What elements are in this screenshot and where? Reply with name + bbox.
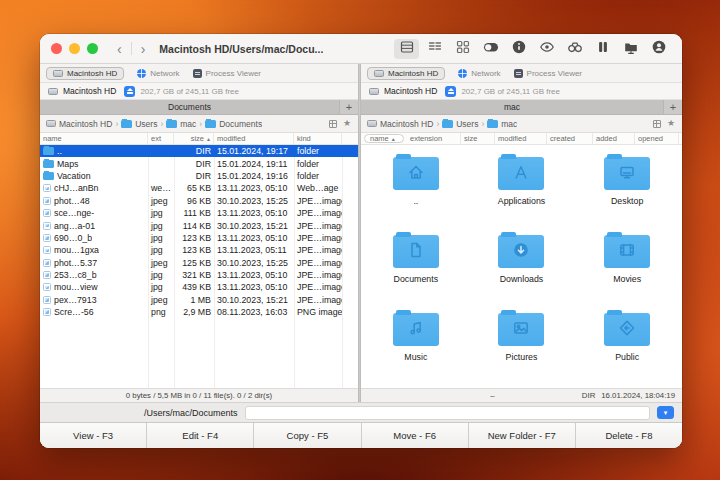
drive-info-bar[interactable]: Macintosh HD 202,7 GB of 245,11 GB free — [361, 83, 682, 100]
table-row[interactable]: Scre…-56png2,9 MB08.11.2023, 16:03PNG im… — [40, 306, 358, 318]
tab-mac[interactable]: mac — [361, 100, 664, 114]
breadcrumb-item-macintosh-hd[interactable]: Macintosh HD — [367, 119, 433, 129]
eject-icon[interactable] — [124, 86, 135, 97]
column-header-extension[interactable]: extension — [407, 133, 461, 144]
new-folder-button[interactable]: New Folder - F7 — [469, 423, 576, 448]
dual-pane-button[interactable] — [590, 39, 615, 59]
table-row[interactable]: VacationDIR15.01.2024, 19:16folder — [40, 170, 358, 182]
file-icon — [43, 271, 51, 279]
device-tab-network[interactable]: Network — [458, 69, 500, 78]
table-row[interactable]: phot…48jpeg96 KB30.10.2023, 15:25JPE…ima… — [40, 195, 358, 207]
device-tab-network[interactable]: Network — [137, 69, 179, 78]
cell-ext: jpg — [148, 208, 174, 218]
column-header-modified[interactable]: modified — [214, 133, 294, 144]
copy-button[interactable]: Copy - F5 — [254, 423, 361, 448]
grid-icon[interactable] — [329, 120, 337, 128]
close-button[interactable] — [51, 43, 62, 54]
column-header-kind[interactable]: kind — [294, 133, 342, 144]
device-tab-macintosh-hd[interactable]: Macintosh HD — [46, 67, 124, 80]
column-header-ext[interactable]: ext — [148, 133, 174, 144]
command-input[interactable] — [245, 406, 650, 420]
table-row[interactable]: MapsDIR15.01.2024, 19:11folder — [40, 157, 358, 169]
table-row[interactable]: mou…1gxajpg123 KB13.11.2023, 05:11JPE…im… — [40, 244, 358, 256]
edit-button[interactable]: Edit - F4 — [147, 423, 254, 448]
grid-icon[interactable] — [653, 120, 661, 128]
tab-documents[interactable]: Documents — [40, 100, 340, 114]
column-header-opened[interactable]: opened — [635, 133, 679, 144]
grid-item-music[interactable]: Music — [363, 306, 469, 384]
cell-kind: Web…age — [294, 183, 342, 193]
toolbar — [394, 39, 671, 59]
table-row[interactable]: sce…nge-jpg111 KB13.11.2023, 05:10JPE…im… — [40, 207, 358, 219]
column-header-name[interactable]: name▴ — [364, 134, 404, 143]
table-row[interactable]: ang…a-01jpg114 KB30.10.2023, 15:21JPE…im… — [40, 219, 358, 231]
breadcrumb-item-macintosh-hd[interactable]: Macintosh HD — [46, 119, 112, 129]
table-row[interactable]: ..DIR15.01.2024, 19:17folder — [40, 145, 358, 157]
column-header-size[interactable]: size▴ — [174, 133, 214, 144]
toggle-panes-button[interactable] — [478, 39, 503, 59]
account-button[interactable] — [646, 39, 671, 59]
info-button[interactable] — [506, 39, 531, 59]
grid-item-item[interactable]: .. — [363, 150, 469, 228]
icon-grid: ..ApplicationsDesktopDocumentsDownloadsM… — [361, 145, 682, 388]
column-header-added[interactable]: added — [593, 133, 635, 144]
grid-item-downloads[interactable]: Downloads — [469, 228, 575, 306]
eject-icon[interactable] — [445, 86, 456, 97]
device-tab-macintosh-hd[interactable]: Macintosh HD — [367, 67, 445, 80]
grid-item-applications[interactable]: Applications — [469, 150, 575, 228]
cell-kind: PNG image — [294, 307, 342, 317]
forward-button[interactable]: › — [141, 42, 146, 56]
breadcrumb-item-mac[interactable]: mac — [166, 119, 196, 129]
device-tab-label: Macintosh HD — [67, 69, 117, 78]
table-row[interactable]: cHJ…anBnwe…65 KB13.11.2023, 05:10Web…age — [40, 182, 358, 194]
titlebar: ‹ › Macintosh HD/Users/mac/Docu... — [40, 34, 682, 64]
path-dropdown-button[interactable]: ▾ — [657, 406, 674, 419]
breadcrumb-item-users[interactable]: Users — [442, 119, 478, 129]
breadcrumb-item-mac[interactable]: mac — [487, 119, 517, 129]
table-row[interactable]: 690…0_bjpg123 KB13.11.2023, 05:10JPE…ima… — [40, 232, 358, 244]
view-thumbs-button[interactable] — [450, 39, 475, 59]
cell-kind: JPE…image — [294, 245, 342, 255]
view-brief-button[interactable] — [422, 39, 447, 59]
network-folder-button[interactable] — [618, 39, 643, 59]
table-row[interactable]: mou…viewjpg439 KB13.11.2023, 05:10JPE…im… — [40, 281, 358, 293]
grid-item-movies[interactable]: Movies — [574, 228, 680, 306]
column-header-modified[interactable]: modified — [495, 133, 547, 144]
minimize-button[interactable] — [69, 43, 80, 54]
star-icon[interactable]: ★ — [667, 119, 675, 128]
back-button[interactable]: ‹ — [117, 42, 122, 56]
device-tab-process-viewer[interactable]: Process Viewer — [193, 69, 261, 78]
sort-asc-icon: ▴ — [392, 135, 395, 142]
view-full-button[interactable] — [394, 39, 419, 59]
column-header-name[interactable]: name — [40, 133, 148, 144]
folder-icon — [43, 172, 54, 180]
right-status-selected: – — [490, 391, 494, 400]
grid-item-public[interactable]: Public — [574, 306, 680, 384]
view-button[interactable]: View - F3 — [40, 423, 147, 448]
add-tab-button[interactable]: + — [340, 100, 358, 114]
move-button[interactable]: Move - F6 — [362, 423, 469, 448]
cell-size: DIR — [174, 146, 214, 156]
device-tab-process-viewer[interactable]: Process Viewer — [514, 69, 582, 78]
grid-item-documents[interactable]: Documents — [363, 228, 469, 306]
column-header-kind[interactable]: kind — [679, 133, 682, 144]
zoom-button[interactable] — [87, 43, 98, 54]
table-row[interactable]: 253…c8_bjpg321 KB13.11.2023, 05:10JPE…im… — [40, 269, 358, 281]
preview-eye-button[interactable] — [534, 39, 559, 59]
breadcrumb-item-users[interactable]: Users — [121, 119, 157, 129]
delete-button[interactable]: Delete - F8 — [576, 423, 682, 448]
add-tab-button[interactable]: + — [664, 100, 682, 114]
device-tabs: Macintosh HDNetworkProcess Viewer — [40, 64, 358, 83]
star-icon[interactable]: ★ — [343, 119, 351, 128]
grid-item-desktop[interactable]: Desktop — [574, 150, 680, 228]
grid-item-pictures[interactable]: Pictures — [469, 306, 575, 384]
table-row[interactable]: phot…5.37jpeg125 KB30.10.2023, 15:25JPE…… — [40, 257, 358, 269]
column-header-created[interactable]: created — [547, 133, 593, 144]
table-row[interactable]: pex…7913jpeg1 MB30.10.2023, 15:21JPE…ima… — [40, 294, 358, 306]
search-binoculars-button[interactable] — [562, 39, 587, 59]
column-header-size[interactable]: size — [461, 133, 495, 144]
cell-size: 125 KB — [174, 258, 214, 268]
breadcrumb-item-documents[interactable]: Documents — [205, 119, 262, 129]
folder-icon — [166, 120, 177, 128]
drive-info-bar[interactable]: Macintosh HD 202,7 GB of 245,11 GB free — [40, 83, 358, 100]
